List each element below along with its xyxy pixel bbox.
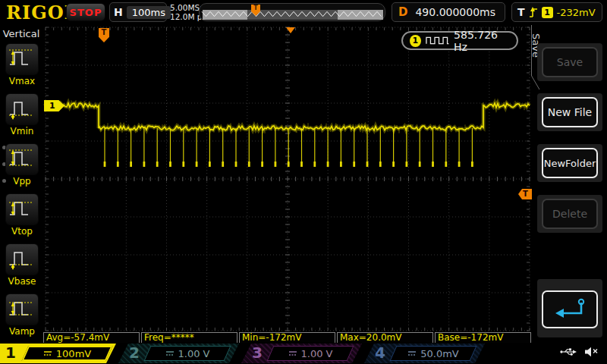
rising-edge-icon: [529, 6, 538, 18]
delay-box[interactable]: D 490.000000ms: [392, 2, 505, 22]
dc-coupling-icon: [288, 350, 297, 357]
vpp-icon: [8, 144, 36, 174]
waveform-display: [0, 0, 607, 364]
channel-scale: 100mV: [56, 348, 91, 359]
sidebar-item-label: Vbase: [4, 276, 40, 287]
channel-scale: 1.00 V: [301, 348, 333, 359]
measurement-max: Max=20.0mV: [337, 332, 433, 344]
vbase-icon: [8, 244, 36, 275]
sidebar-item-vbase[interactable]: Vbase: [4, 243, 40, 287]
memory-position-bar[interactable]: [199, 3, 385, 21]
sidebar-item-vpp[interactable]: Vpp: [4, 143, 40, 187]
channel-1-position-marker[interactable]: 1: [44, 100, 64, 111]
sidebar-item-label: Vamp: [4, 326, 40, 337]
save-button[interactable]: Save: [542, 47, 598, 77]
sidebar-item-label: Vmin: [4, 126, 40, 136]
usb-icon: [559, 347, 577, 357]
horizontal-label: H: [114, 6, 123, 18]
sound-muted-icon[interactable]: [584, 347, 599, 357]
timebase-value: 100ms: [127, 6, 171, 19]
sidebar-item-vamp[interactable]: Vamp: [4, 293, 40, 337]
measurement-base: Base=-172mV: [435, 332, 531, 344]
trigger-label: T: [517, 6, 525, 18]
trigger-level-value: -232mV: [557, 7, 596, 18]
trigger-level-marker[interactable]: T: [518, 189, 532, 199]
new-folder-button[interactable]: NewFolder: [542, 148, 598, 178]
channel-4-tab[interactable]: 4 50.0mV: [364, 344, 485, 363]
run-state-badge[interactable]: STOP: [66, 3, 105, 21]
sidebar-item-vmin[interactable]: Vmin: [4, 93, 40, 136]
delay-value: 490.000000ms: [412, 6, 498, 18]
channel-status-bar: 1 100mV 2 1.00 V 3: [0, 343, 607, 364]
channel-2-tab[interactable]: 2 1.00 V: [118, 344, 239, 363]
top-status-bar: RIGOL STOP H 100ms 5.00MSa/s 12.0M pts T…: [0, 0, 607, 24]
channel-1-tab[interactable]: 1 100mV: [0, 344, 116, 363]
display-window-segment[interactable]: [247, 10, 338, 20]
sidebar-item-vmax[interactable]: Vmax: [4, 43, 40, 86]
measurement-freq: Freq=*****: [141, 332, 237, 344]
vmax-icon: [8, 44, 36, 74]
status-icons: [559, 347, 599, 357]
oscilloscope-screen: RIGOL STOP H 100ms 5.00MSa/s 12.0M pts T…: [0, 0, 607, 364]
measurement-min: Min=-172mV: [239, 332, 335, 344]
channel-number: 1: [5, 344, 16, 362]
horizontal-timebase-box[interactable]: H 100ms: [109, 2, 167, 22]
trigger-source-badge: 1: [542, 7, 553, 18]
counter-frequency-value: 585.726 Hz: [454, 29, 510, 53]
back-button[interactable]: [542, 290, 598, 328]
delete-button[interactable]: Delete: [542, 199, 598, 229]
trigger-position-flag-icon[interactable]: T: [99, 28, 109, 42]
dc-coupling-icon: [43, 350, 52, 357]
sidebar-title: Vertical: [0, 28, 42, 39]
return-arrow-icon: [548, 297, 592, 322]
channel-number: 4: [375, 344, 385, 362]
trigger-box[interactable]: T 1 -232mV: [511, 2, 602, 22]
counter-channel-badge: 1: [410, 35, 421, 47]
vamp-icon: [8, 294, 36, 325]
new-file-button[interactable]: New File: [542, 97, 598, 127]
sidebar-item-vtop[interactable]: Vtop: [4, 193, 40, 237]
channel-scale: 50.0mV: [420, 348, 459, 359]
dc-coupling-icon: [407, 350, 417, 357]
channel-scale: 1.00 V: [178, 348, 210, 359]
display-center-marker-icon: [286, 27, 295, 33]
frequency-counter: 1 585.726 Hz: [401, 31, 518, 50]
sidebar-item-label: Vmax: [4, 76, 40, 86]
delay-label: D: [398, 5, 407, 19]
measurement-avg: Avg=-57.4mV: [43, 332, 140, 344]
channel-number: 2: [129, 344, 140, 362]
square-wave-icon: [426, 36, 449, 46]
vtop-icon: [8, 194, 36, 224]
vmin-icon: [8, 94, 36, 124]
sidebar-item-label: Vpp: [4, 176, 40, 187]
channel-3-tab[interactable]: 3 1.00 V: [241, 344, 362, 363]
channel-number: 3: [252, 344, 263, 362]
sidebar-item-label: Vtop: [4, 226, 40, 237]
dc-coupling-icon: [165, 350, 175, 357]
